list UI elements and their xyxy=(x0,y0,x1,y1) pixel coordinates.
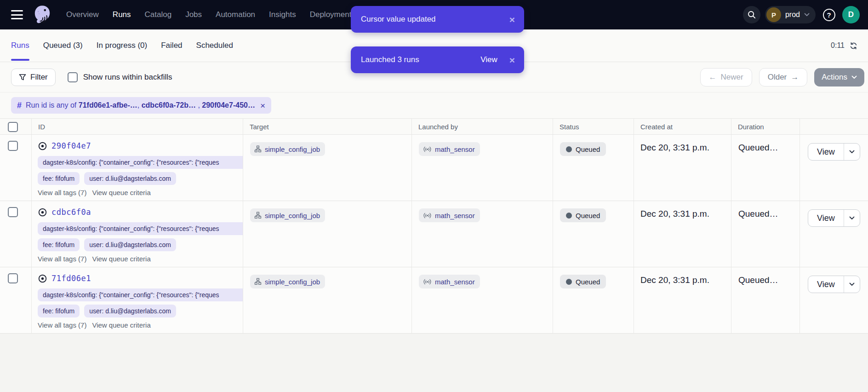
backfills-toggle[interactable]: Show runs within backfills xyxy=(68,72,172,82)
column-header-launched-by: Launched by xyxy=(412,119,553,134)
table-row: cdbc6f0a dagster-k8s/config: {"container… xyxy=(0,201,868,267)
page-background xyxy=(0,334,868,392)
tag-pill[interactable]: fee: fifofum xyxy=(38,238,80,251)
hash-icon: # xyxy=(17,101,22,110)
active-filters-row: # Run id is any of 71fd06e1-afbe-…, cdbc… xyxy=(0,92,868,118)
chevron-down-icon xyxy=(851,75,857,79)
target-job-pill[interactable]: simple_config_job xyxy=(250,275,325,288)
target-job-pill[interactable]: simple_config_job xyxy=(250,142,325,156)
view-run-button[interactable]: View xyxy=(808,144,844,160)
tag-pill[interactable]: user: d.liu@dagsterlabs.com xyxy=(84,305,176,317)
arrow-right-icon: → xyxy=(791,73,799,82)
tab-queued-3[interactable]: Queued (3) xyxy=(43,29,83,62)
hamburger-menu-button[interactable] xyxy=(11,10,23,19)
help-icon: ? xyxy=(823,9,835,21)
row-checkbox[interactable] xyxy=(8,207,18,217)
view-split-button: View xyxy=(808,276,860,293)
view-all-tags-link[interactable]: View all tags (7) xyxy=(38,255,86,263)
view-queue-criteria-link[interactable]: View queue criteria xyxy=(92,255,150,263)
dagster-logo[interactable] xyxy=(30,3,54,27)
filter-run-id: 290f04e7-450… xyxy=(202,101,255,109)
tab-scheduled[interactable]: Scheduled xyxy=(196,29,233,62)
row-checkbox[interactable] xyxy=(8,273,18,283)
tag-pill[interactable]: fee: fifofum xyxy=(38,172,80,185)
remove-filter-button[interactable]: × xyxy=(259,101,265,110)
row-checkbox[interactable] xyxy=(8,141,18,151)
deployment-switcher[interactable]: P prod xyxy=(765,6,816,23)
config-tag-pill[interactable]: dagster-k8s/config: {"container_config":… xyxy=(38,288,243,301)
filter-chip-label: , xyxy=(137,101,142,109)
octopus-logo-icon xyxy=(32,4,53,25)
newer-button[interactable]: ← Newer xyxy=(700,68,752,86)
view-dropdown-button[interactable] xyxy=(844,276,860,293)
select-all-checkbox[interactable] xyxy=(8,122,18,132)
run-id-filter-text: Run id is any of 71fd06e1-afbe-…, cdbc6f… xyxy=(26,101,255,110)
nav-item-deployment[interactable]: Deployment xyxy=(310,10,352,19)
tab-failed[interactable]: Failed xyxy=(161,29,182,62)
search-button[interactable] xyxy=(743,6,760,23)
launched-by-pill[interactable]: math_sensor xyxy=(419,142,480,156)
main-nav: OverviewRunsCatalogJobsAutomationInsight… xyxy=(66,10,351,19)
nav-item-catalog[interactable]: Catalog xyxy=(145,10,172,19)
chevron-down-icon xyxy=(804,13,810,17)
run-id-link[interactable]: 290f04e7 xyxy=(51,141,91,150)
launched-by-pill[interactable]: math_sensor xyxy=(419,275,480,288)
created-at-value: Dec 20, 3:31 p.m. xyxy=(640,143,709,152)
user-avatar[interactable]: D xyxy=(842,6,860,23)
job-graph-icon xyxy=(254,212,262,219)
run-status-circle-icon xyxy=(38,141,47,151)
toast-close-button[interactable]: × xyxy=(509,15,515,24)
actions-button[interactable]: Actions xyxy=(814,68,864,86)
older-button[interactable]: Older → xyxy=(759,68,808,86)
sensor-icon xyxy=(423,146,432,152)
backfills-checkbox[interactable] xyxy=(68,72,78,82)
help-button[interactable]: ? xyxy=(820,6,838,23)
run-id-link[interactable]: 71fd06e1 xyxy=(51,274,91,283)
arrow-left-icon: ← xyxy=(709,73,717,82)
launched-by-pill[interactable]: math_sensor xyxy=(419,208,480,222)
refresh-countdown: 0:11 xyxy=(831,41,845,50)
tag-pill[interactable]: user: d.liu@dagsterlabs.com xyxy=(84,172,176,185)
nav-item-automation[interactable]: Automation xyxy=(216,10,255,19)
view-dropdown-button[interactable] xyxy=(844,210,860,226)
toast-close-button[interactable]: × xyxy=(509,55,515,65)
nav-item-jobs[interactable]: Jobs xyxy=(185,10,202,19)
view-queue-criteria-link[interactable]: View queue criteria xyxy=(92,189,150,196)
toast-cursor-updated: Cursor value updated × xyxy=(351,6,524,33)
launched-by-name: math_sensor xyxy=(435,278,475,286)
nav-item-runs[interactable]: Runs xyxy=(113,10,131,19)
view-queue-criteria-link[interactable]: View queue criteria xyxy=(92,321,150,329)
toast-message: Cursor value updated xyxy=(361,15,509,24)
job-graph-icon xyxy=(254,278,262,285)
run-status-badge: Queued xyxy=(560,275,606,288)
tabs-list: RunsQueued (3)In progress (0)FailedSched… xyxy=(11,29,233,62)
run-id-filter-chip[interactable]: # Run id is any of 71fd06e1-afbe-…, cdbc… xyxy=(11,97,271,114)
tab-in-progress-0[interactable]: In progress (0) xyxy=(97,29,148,62)
toast-view-button[interactable]: View xyxy=(480,55,497,64)
view-dropdown-button[interactable] xyxy=(844,144,860,160)
config-tag-pill[interactable]: dagster-k8s/config: {"container_config":… xyxy=(38,156,243,169)
refresh-icon[interactable] xyxy=(849,41,858,50)
chevron-down-icon xyxy=(849,282,855,286)
tag-pill[interactable]: fee: fifofum xyxy=(38,305,80,317)
nav-item-insights[interactable]: Insights xyxy=(269,10,296,19)
filter-button[interactable]: Filter xyxy=(11,69,56,86)
column-header-duration: Duration xyxy=(731,119,800,134)
tab-runs[interactable]: Runs xyxy=(11,29,29,62)
view-run-button[interactable]: View xyxy=(808,210,844,226)
toast-launched-runs: Launched 3 runs View × xyxy=(351,46,524,73)
target-job-pill[interactable]: simple_config_job xyxy=(250,208,325,222)
view-all-tags-link[interactable]: View all tags (7) xyxy=(38,189,86,196)
tag-pill[interactable]: user: d.liu@dagsterlabs.com xyxy=(84,238,176,251)
table-body: 290f04e7 dagster-k8s/config: {"container… xyxy=(0,135,868,334)
navbar-right: P prod ? D xyxy=(743,6,860,23)
duration-value: Queued… xyxy=(738,275,778,285)
run-id-link[interactable]: cdbc6f0a xyxy=(51,208,91,217)
nav-item-overview[interactable]: Overview xyxy=(66,10,99,19)
status-label: Queued xyxy=(576,278,600,286)
view-run-button[interactable]: View xyxy=(808,276,844,293)
pagination-actions: ← Newer Older → Actions xyxy=(700,68,864,86)
view-all-tags-link[interactable]: View all tags (7) xyxy=(38,321,86,329)
deployment-name: prod xyxy=(785,11,800,19)
config-tag-pill[interactable]: dagster-k8s/config: {"container_config":… xyxy=(38,222,243,235)
